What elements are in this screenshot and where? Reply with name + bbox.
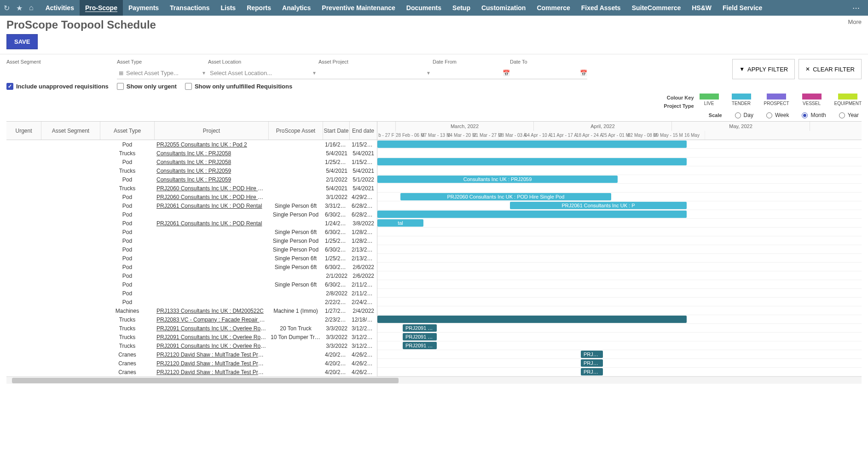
table-row[interactable]: PodConsultants Inc UK : PRJ20592/1/20225… bbox=[6, 175, 377, 184]
project-link[interactable]: PRJ2060 Consultants Inc UK : POD Hire Si… bbox=[156, 185, 269, 192]
table-row[interactable]: CranesPRJ2120 David Shaw : MultTrade Tes… bbox=[6, 350, 377, 359]
gantt-bar[interactable]: PRJ2091 Consu bbox=[403, 324, 437, 332]
gantt-bar[interactable]: PRJ2060 Consultants Inc UK : POD Hire Si… bbox=[400, 193, 611, 200]
project-link[interactable]: PRJ1333 Consultants Inc UK : DM200522C bbox=[156, 308, 264, 314]
scale-day[interactable]: Day bbox=[735, 112, 753, 118]
gantt-bar[interactable] bbox=[377, 211, 687, 218]
col-start[interactable]: Start Date bbox=[323, 122, 350, 140]
table-row[interactable]: PodSingle Person 6ft6/30/20202/11/2022 bbox=[6, 280, 377, 289]
table-row[interactable]: PodPRJ2061 Consultants Inc UK : POD Rent… bbox=[6, 201, 377, 210]
col-segment[interactable]: Asset Segment bbox=[41, 122, 100, 140]
favorite-icon[interactable]: ★ bbox=[16, 4, 23, 12]
nav-item-suitecommerce[interactable]: SuiteCommerce bbox=[626, 0, 687, 16]
table-row[interactable]: PodSingle Person Pod6/30/20202/13/2022 bbox=[6, 245, 377, 254]
gantt-bar[interactable]: PRJ2120 D bbox=[581, 368, 603, 375]
project-link[interactable]: PRJ2061 Consultants Inc UK : POD Rental bbox=[156, 203, 262, 209]
table-row[interactable]: PodPRJ2055 Consultants Inc UK : Pod 21/1… bbox=[6, 140, 377, 149]
table-row[interactable]: TrucksConsultants Inc UK : PRJ20585/4/20… bbox=[6, 149, 377, 158]
gantt-bar[interactable]: PRJ2091 Consu bbox=[403, 333, 437, 340]
date-to-input[interactable]: 📅 bbox=[510, 67, 587, 79]
gantt-bar[interactable]: PRJ2061 Consultants Inc UK : P bbox=[510, 202, 687, 209]
project-link[interactable]: PRJ2055 Consultants Inc UK : Pod 2 bbox=[156, 141, 247, 148]
gantt-bar[interactable] bbox=[377, 158, 687, 165]
project-link[interactable]: PRJ2061 Consultants Inc UK : POD Rental bbox=[156, 220, 262, 227]
col-end[interactable]: End date bbox=[350, 122, 376, 140]
table-row[interactable]: TrucksPRJ2091 Consultants Inc UK : Overl… bbox=[6, 341, 377, 350]
project-link[interactable]: PRJ2120 David Shaw : MultTrade Test Proj… bbox=[156, 360, 269, 367]
gantt-bar[interactable] bbox=[377, 141, 687, 148]
date-from-input[interactable]: 📅 bbox=[433, 67, 510, 79]
asset-location-select[interactable]: Select Asset Location... ▼ bbox=[208, 67, 318, 79]
nav-item-activities[interactable]: Activities bbox=[40, 0, 80, 16]
table-row[interactable]: CranesPRJ2120 David Shaw : MultTrade Tes… bbox=[6, 368, 377, 376]
apply-filter-button[interactable]: ▼APPLY FILTER bbox=[732, 59, 795, 79]
nav-item-setup[interactable]: Setup bbox=[447, 0, 476, 16]
table-row[interactable]: PodSingle Person 6ft1/25/20222/13/2022 bbox=[6, 254, 377, 263]
nav-item-analytics[interactable]: Analytics bbox=[277, 0, 316, 16]
project-link[interactable]: PRJ2091 Consultants Inc UK : Overlee Roa… bbox=[156, 334, 269, 340]
table-row[interactable]: PodSingle Person 6ft6/30/20201/28/2022 bbox=[6, 228, 377, 236]
col-urgent[interactable]: Urgent bbox=[6, 122, 41, 140]
clear-filter-button[interactable]: ✕CLEAR FILTER bbox=[799, 59, 862, 79]
nav-item-transactions[interactable]: Transactions bbox=[164, 0, 215, 16]
project-link[interactable]: Consultants Inc UK : PRJ2058 bbox=[156, 150, 231, 157]
project-link[interactable]: PRJ2083 VC - Company : Facade Repair and… bbox=[156, 316, 269, 323]
table-row[interactable]: PodConsultants Inc UK : PRJ20581/25/2022… bbox=[6, 158, 377, 166]
gantt-bar[interactable] bbox=[377, 316, 687, 323]
table-row[interactable]: Pod2/22/20222/24/2022 bbox=[6, 298, 377, 306]
table-row[interactable]: PodSingle Person 6ft6/30/20202/6/2022 bbox=[6, 263, 377, 271]
table-row[interactable]: PodPRJ2060 Consultants Inc UK : POD Hire… bbox=[6, 193, 377, 201]
project-link[interactable]: PRJ2120 David Shaw : MultTrade Test Proj… bbox=[156, 352, 269, 358]
table-row[interactable]: CranesPRJ2120 David Shaw : MultTrade Tes… bbox=[6, 359, 377, 368]
scale-month[interactable]: Month bbox=[802, 112, 826, 118]
table-row[interactable]: TrucksPRJ2091 Consultants Inc UK : Overl… bbox=[6, 324, 377, 333]
project-link[interactable]: PRJ2091 Consultants Inc UK : Overlee Roa… bbox=[156, 325, 269, 332]
table-row[interactable]: MachinesPRJ1333 Consultants Inc UK : DM2… bbox=[6, 306, 377, 315]
project-link[interactable]: Consultants Inc UK : PRJ2059 bbox=[156, 176, 231, 183]
save-button[interactable]: SAVE bbox=[6, 34, 38, 49]
gantt-bar[interactable]: PRJ2091 Consu bbox=[403, 342, 437, 349]
col-asset[interactable]: ProScope Asset bbox=[269, 122, 323, 140]
table-row[interactable]: TrucksConsultants Inc UK : PRJ20595/4/20… bbox=[6, 166, 377, 175]
table-row[interactable]: PodSingle Person Pod1/25/20221/28/2022 bbox=[6, 236, 377, 245]
table-row[interactable]: TrucksPRJ2060 Consultants Inc UK : POD H… bbox=[6, 184, 377, 193]
asset-type-select[interactable]: ▦ Select Asset Type... ▼ bbox=[117, 67, 208, 79]
include-unapproved-checkbox[interactable]: ✓ bbox=[6, 83, 13, 90]
gantt-bar[interactable]: tal bbox=[377, 219, 423, 227]
scale-year[interactable]: Year bbox=[839, 112, 859, 118]
table-row[interactable]: TrucksPRJ2083 VC - Company : Facade Repa… bbox=[6, 315, 377, 324]
gantt-bar[interactable]: PRJ2120 D bbox=[581, 359, 603, 367]
recent-icon[interactable]: ↻ bbox=[4, 4, 10, 12]
nav-item-hs&w[interactable]: HS&W bbox=[686, 0, 717, 16]
nav-item-commerce[interactable]: Commerce bbox=[531, 0, 575, 16]
project-link[interactable]: Consultants Inc UK : PRJ2059 bbox=[156, 168, 231, 174]
col-type[interactable]: Asset Type bbox=[100, 122, 155, 140]
table-row[interactable]: PodPRJ2061 Consultants Inc UK : POD Rent… bbox=[6, 219, 377, 228]
asset-project-select[interactable]: ▼ bbox=[318, 67, 433, 79]
nav-item-lists[interactable]: Lists bbox=[215, 0, 241, 16]
scrollbar-thumb[interactable] bbox=[12, 378, 399, 383]
project-link[interactable]: Consultants Inc UK : PRJ2058 bbox=[156, 159, 231, 165]
nav-item-field-service[interactable]: Field Service bbox=[717, 0, 768, 16]
more-link[interactable]: More bbox=[848, 18, 862, 25]
nav-more-icon[interactable]: ⋯ bbox=[848, 4, 864, 12]
nav-item-fixed-assets[interactable]: Fixed Assets bbox=[576, 0, 626, 16]
table-row[interactable]: Pod2/1/20222/6/2022 bbox=[6, 271, 377, 280]
home-icon[interactable]: ⌂ bbox=[29, 4, 34, 12]
table-row[interactable]: Pod2/8/20222/11/2022 bbox=[6, 289, 377, 298]
table-row[interactable]: TrucksPRJ2091 Consultants Inc UK : Overl… bbox=[6, 333, 377, 341]
gantt-bar[interactable]: Consultants Inc UK : PRJ2059 bbox=[377, 176, 618, 183]
nav-item-customization[interactable]: Customization bbox=[476, 0, 531, 16]
show-unfulfilled-checkbox[interactable] bbox=[185, 83, 192, 90]
horizontal-scrollbar[interactable] bbox=[6, 376, 862, 384]
nav-item-reports[interactable]: Reports bbox=[241, 0, 277, 16]
scale-week[interactable]: Week bbox=[766, 112, 789, 118]
project-link[interactable]: PRJ2091 Consultants Inc UK : Overlee Roa… bbox=[156, 343, 269, 349]
col-project[interactable]: Project bbox=[155, 122, 269, 140]
project-link[interactable]: PRJ2060 Consultants Inc UK : POD Hire Si… bbox=[156, 194, 269, 200]
nav-item-pro-scope[interactable]: Pro-Scope bbox=[80, 0, 123, 16]
project-link[interactable]: PRJ2120 David Shaw : MultTrade Test Proj… bbox=[156, 369, 269, 375]
show-urgent-checkbox[interactable] bbox=[117, 83, 124, 90]
gantt-bar[interactable]: PRJ2120 D bbox=[581, 351, 603, 358]
nav-item-preventive-maintenance[interactable]: Preventive Maintenance bbox=[316, 0, 401, 16]
